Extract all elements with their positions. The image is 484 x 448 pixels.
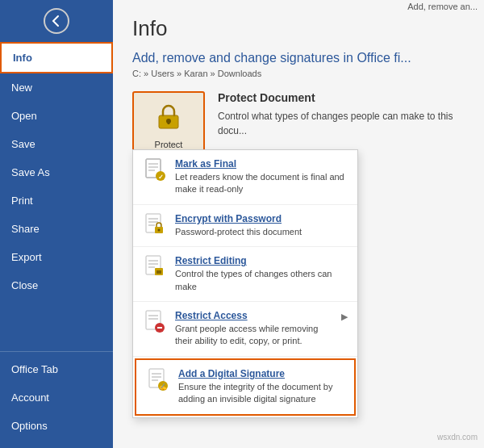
restrict-edit-text: Restrict Editing Control the types of ch… <box>175 255 348 293</box>
sidebar-item-options[interactable]: Options <box>0 412 113 440</box>
sidebar-item-share[interactable]: Share <box>0 215 113 243</box>
protect-lock-icon <box>154 101 183 136</box>
restrict-access-desc: Grant people access while removing their… <box>175 323 333 348</box>
back-circle-icon <box>44 8 69 34</box>
dropdown-item-restrict-editing[interactable]: Restrict Editing Control the types of ch… <box>133 247 357 302</box>
protect-section: ProtectDocument▾ Protect Document Contro… <box>132 91 465 172</box>
dropdown-item-markfinal[interactable]: ✓ Mark as Final Let readers know the doc… <box>133 150 357 205</box>
restrict-access-title: Restrict Access <box>175 310 333 321</box>
top-bar-cut: Add, remove an... <box>407 2 478 11</box>
sidebar-item-officetab[interactable]: Office Tab <box>0 355 113 383</box>
digital-sig-icon: ✍ <box>146 368 170 392</box>
digital-sig-text: Add a Digital Signature Ensure the integ… <box>178 368 344 406</box>
protect-description: Protect Document Control what types of c… <box>218 91 465 138</box>
encrypt-title: Encrypt with Password <box>175 213 348 224</box>
main-content: Add, remove an... Info Add, remove and c… <box>113 0 484 448</box>
sidebar-item-save[interactable]: Save <box>0 130 113 158</box>
svg-text:✓: ✓ <box>158 174 164 181</box>
dropdown-item-restrict-access[interactable]: Restrict Access Grant people access whil… <box>133 302 357 357</box>
mark-final-icon: ✓ <box>143 158 167 182</box>
sidebar-item-open[interactable]: Open <box>0 102 113 130</box>
sidebar-item-new[interactable]: New <box>0 73 113 102</box>
sidebar-divider <box>0 351 113 352</box>
mark-final-desc: Let readers know the document is final a… <box>175 171 348 196</box>
dropdown-item-digital-sig[interactable]: ✍ Add a Digital Signature Ensure the int… <box>135 358 356 416</box>
digital-sig-title: Add a Digital Signature <box>178 368 344 379</box>
svg-text:✍: ✍ <box>159 383 167 391</box>
encrypt-icon <box>143 213 167 237</box>
digital-sig-desc: Ensure the integrity of the document by … <box>178 381 344 406</box>
restrict-access-icon <box>143 310 167 334</box>
sidebar-item-print[interactable]: Print <box>0 186 113 215</box>
sidebar-nav: Info New Open Save Save As Print Share E… <box>0 42 113 348</box>
section-title: Add, remove and change signatures in Off… <box>132 51 465 65</box>
sidebar-item-close[interactable]: Close <box>0 271 113 299</box>
restrict-access-text: Restrict Access Grant people access whil… <box>175 310 333 348</box>
sidebar-item-export[interactable]: Export <box>0 243 113 271</box>
dropdown-menu: ✓ Mark as Final Let readers know the doc… <box>132 149 358 418</box>
mark-final-title: Mark as Final <box>175 158 348 170</box>
sidebar-item-account[interactable]: Account <box>0 383 113 412</box>
sidebar-item-info[interactable]: Info <box>0 42 113 73</box>
sidebar: Info New Open Save Save As Print Share E… <box>0 0 113 448</box>
svg-point-15 <box>158 228 161 231</box>
mark-final-text: Mark as Final Let readers know the docum… <box>175 158 348 196</box>
watermark: wsxdn.com <box>437 433 478 442</box>
sidebar-item-saveas[interactable]: Save As <box>0 158 113 186</box>
sidebar-bottom: Office Tab Account Options <box>0 348 113 448</box>
encrypt-desc: Password-protect this document <box>175 226 348 238</box>
encrypt-text: Encrypt with Password Password-protect t… <box>175 213 348 238</box>
page-title: Info <box>132 16 465 41</box>
dropdown-item-encrypt[interactable]: Encrypt with Password Password-protect t… <box>133 205 357 247</box>
app-container: Info New Open Save Save As Print Share E… <box>0 0 484 448</box>
restrict-edit-icon <box>143 255 167 279</box>
back-button[interactable] <box>0 0 113 42</box>
protect-desc-text: Control what types of changes people can… <box>218 109 465 138</box>
svg-rect-2 <box>168 121 170 124</box>
restrict-edit-title: Restrict Editing <box>175 255 348 266</box>
breadcrumb: C: » Users » Karan » Downloads <box>132 69 465 78</box>
restrict-edit-desc: Control the types of changes others can … <box>175 268 348 293</box>
restrict-access-arrow: ▶ <box>341 312 348 322</box>
